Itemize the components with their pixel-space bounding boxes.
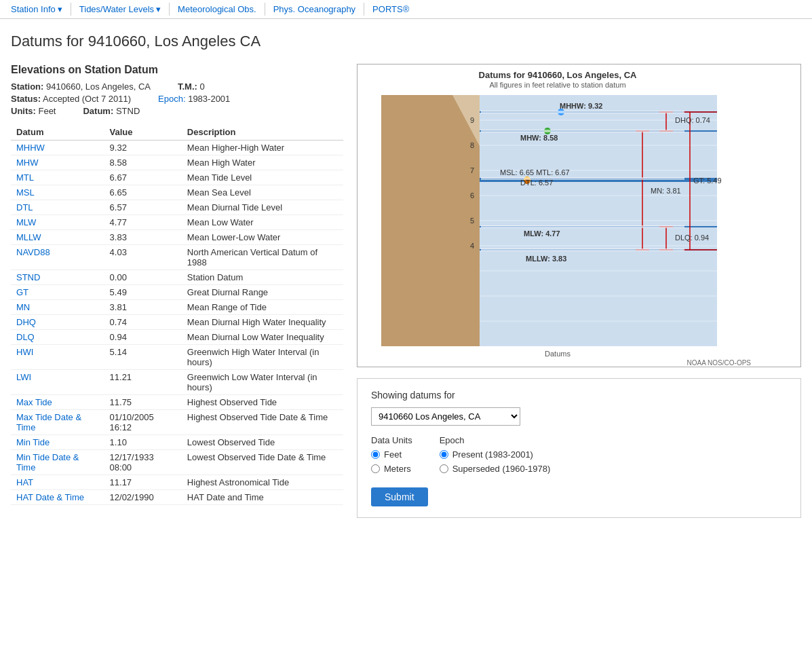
tm-label: T.M.: — [178, 81, 197, 92]
table-row: DHQ0.74Mean Diurnal High Water Inequalit… — [11, 315, 343, 330]
datum-description: Mean Diurnal High Water Inequality — [182, 315, 343, 330]
table-row: MTL6.67Mean Tide Level — [11, 170, 343, 185]
datum-link[interactable]: Max Tide Date & Time — [16, 412, 81, 432]
settings-panel: Showing datums for 9410660 Los Angeles, … — [357, 378, 801, 518]
svg-text:9: 9 — [470, 116, 474, 124]
svg-text:MHW: 8.58: MHW: 8.58 — [520, 134, 558, 142]
nav-station-info-label: Station Info — [11, 4, 56, 14]
datum-link[interactable]: Min Tide — [16, 437, 50, 447]
datum-value: 3.83 — [104, 230, 182, 245]
datum-link[interactable]: MHHW — [16, 143, 45, 153]
datum-link[interactable]: NAVD88 — [16, 247, 50, 257]
table-row: STND0.00Station Datum — [11, 270, 343, 285]
feet-radio-label[interactable]: Feet — [371, 449, 412, 460]
datum-link[interactable]: MTL — [16, 172, 34, 183]
svg-rect-48 — [481, 248, 684, 251]
meters-radio-label[interactable]: Meters — [371, 464, 412, 474]
nav-tides[interactable]: Tides/Water Levels ▾ — [71, 0, 169, 18]
nav-station-info[interactable]: Station Info ▾ — [3, 0, 71, 18]
datum-link[interactable]: MLW — [16, 217, 36, 227]
meta-row-units: Units: Feet Datum: STND — [11, 106, 343, 116]
epoch-link[interactable]: Epoch: — [158, 94, 185, 104]
feet-label: Feet — [384, 449, 402, 460]
submit-button[interactable]: Submit — [371, 487, 428, 506]
datum-value: 11.17 — [104, 475, 182, 490]
table-row: Max Tide Date & Time01/10/2005 16:12High… — [11, 410, 343, 435]
datum-link[interactable]: Min Tide Date & Time — [16, 452, 79, 472]
epoch-superseded-label[interactable]: Superseded (1960-1978) — [440, 464, 551, 474]
datum-link[interactable]: DLQ — [16, 332, 35, 342]
datum-value: 6.67 — [104, 170, 182, 185]
datum-link[interactable]: DHQ — [16, 317, 36, 327]
feet-radio[interactable] — [371, 450, 380, 459]
datum-label: Datum: — [83, 106, 113, 116]
dropdown-arrow-icon: ▾ — [58, 4, 62, 14]
section-title: Elevations on Station Datum — [11, 64, 343, 76]
table-row: Min Tide1.10Lowest Observed Tide — [11, 435, 343, 450]
datum-description: Highest Observed Tide — [182, 395, 343, 410]
epoch-present-label[interactable]: Present (1983-2001) — [440, 449, 551, 460]
table-header-row: Datum Value Description — [11, 124, 343, 141]
nav-ports[interactable]: PORTS® — [364, 0, 417, 18]
table-row: DTL6.57Mean Diurnal Tide Level — [11, 200, 343, 215]
table-row: MN3.81Mean Range of Tide — [11, 300, 343, 315]
tm-group: T.M.: 0 — [178, 81, 205, 92]
nav-phys-ocean[interactable]: Phys. Oceanography — [265, 0, 364, 18]
right-panel: Datums for 9410660, Los Angeles, CA All … — [357, 64, 801, 518]
table-row: HAT Date & Time12/02/1990HAT Date and Ti… — [11, 490, 343, 505]
datum-link[interactable]: GT — [16, 287, 28, 297]
epoch-radio-group: Present (1983-2001) Superseded (1960-197… — [440, 449, 551, 474]
svg-text:8: 8 — [470, 141, 474, 149]
status-value: Accepted (Oct 7 2011) — [43, 94, 131, 104]
tm-value: 0 — [199, 81, 204, 92]
datum-link[interactable]: Max Tide — [16, 397, 52, 407]
left-panel: Elevations on Station Datum Station: 941… — [11, 64, 343, 505]
svg-text:MLW: 4.77: MLW: 4.77 — [524, 229, 560, 238]
epoch-present-radio[interactable] — [440, 450, 448, 459]
datums-table: Datum Value Description MHHW9.32Mean Hig… — [11, 124, 343, 505]
datum-link[interactable]: MLLW — [16, 232, 41, 242]
svg-text:6: 6 — [470, 191, 474, 200]
chart-container: Datums for 9410660, Los Angeles, CA All … — [357, 64, 801, 367]
meta-row-station: Station: 9410660, Los Angeles, CA T.M.: … — [11, 81, 343, 92]
station-meta: Station: 9410660, Los Angeles, CA T.M.: … — [11, 81, 343, 116]
datum-link[interactable]: HAT Date & Time — [16, 492, 84, 502]
datum-value: STND — [116, 106, 140, 116]
svg-rect-46 — [481, 177, 684, 180]
datum-description: Greenwich High Water Interval (in hours) — [182, 345, 343, 370]
nav-met[interactable]: Meteorological Obs. — [170, 0, 265, 18]
meters-radio[interactable] — [371, 464, 380, 473]
datum-value: 5.14 — [104, 345, 182, 370]
datum-value: 0.00 — [104, 270, 182, 285]
datum-link[interactable]: DTL — [16, 202, 33, 212]
table-row: Min Tide Date & Time12/17/1933 08:00Lowe… — [11, 450, 343, 475]
datum-link[interactable]: LWI — [16, 372, 31, 382]
svg-text:5: 5 — [470, 217, 474, 225]
table-body: MHHW9.32Mean Higher-High WaterMHW8.58Mea… — [11, 141, 343, 505]
datum-link[interactable]: HWI — [16, 347, 33, 357]
epoch-superseded-radio[interactable] — [440, 464, 448, 473]
datum-value: 6.57 — [104, 200, 182, 215]
col-datum: Datum — [11, 124, 104, 141]
epoch-label: Epoch — [440, 435, 551, 445]
main-nav: Station Info ▾ Tides/Water Levels ▾ Mete… — [0, 0, 812, 19]
nav-phys-ocean-label: Phys. Oceanography — [273, 4, 355, 14]
datum-link[interactable]: MHW — [16, 157, 39, 168]
station-select[interactable]: 9410660 Los Angeles, CA — [371, 407, 520, 426]
col-description: Description — [182, 124, 343, 141]
datum-link[interactable]: MSL — [16, 187, 35, 198]
datum-description: Mean High Water — [182, 155, 343, 170]
datum-link[interactable]: MN — [16, 302, 30, 312]
datum-description: Greenwich Low Water Interval (in hours) — [182, 370, 343, 395]
datum-description: Lowest Observed Tide — [182, 435, 343, 450]
svg-text:Datums: Datums — [545, 350, 571, 358]
datum-description: Mean Lower-Low Water — [182, 230, 343, 245]
station-label-text: Station: — [11, 81, 43, 92]
datum-link[interactable]: STND — [16, 272, 40, 282]
datum-value: 5.49 — [104, 285, 182, 300]
datum-value: 11.75 — [104, 395, 182, 410]
page-content: Datums for 9410660, Los Angeles CA Eleva… — [0, 19, 812, 532]
datum-link[interactable]: HAT — [16, 477, 33, 487]
svg-text:MHHW: 9.32: MHHW: 9.32 — [560, 102, 602, 110]
svg-rect-44 — [481, 111, 684, 113]
